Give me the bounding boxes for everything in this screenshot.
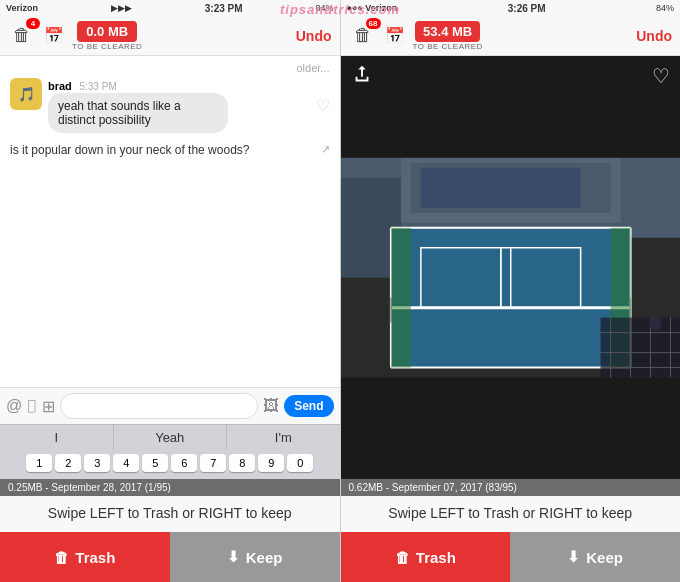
heart-icon-photo: ♡ bbox=[652, 65, 670, 87]
message-bubble-group: brad 5:33 PM yeah that sounds like a dis… bbox=[48, 78, 310, 133]
photo-container: ♡ bbox=[341, 56, 681, 479]
right-keep-btn-label: Keep bbox=[586, 549, 623, 566]
avatar-brad: 🎵 bbox=[10, 78, 42, 110]
right-carrier: ●●● Verizon bbox=[347, 3, 398, 13]
key-1[interactable]: 1 bbox=[26, 454, 52, 472]
right-size-box: 53.4 MB bbox=[415, 21, 480, 42]
left-trash-count: 4 bbox=[26, 18, 40, 29]
older-label: older... bbox=[10, 62, 330, 74]
send-button[interactable]: Send bbox=[284, 395, 333, 417]
share-overlay-icon[interactable] bbox=[351, 64, 373, 91]
key-6[interactable]: 6 bbox=[171, 454, 197, 472]
left-carrier: Verizon bbox=[6, 3, 38, 13]
sender-line: brad 5:33 PM bbox=[48, 78, 310, 93]
attachment-icon[interactable]: ⌷ bbox=[27, 397, 37, 415]
left-trash-button[interactable]: 🗑 Trash bbox=[0, 532, 170, 582]
key-7[interactable]: 7 bbox=[200, 454, 226, 472]
key-8[interactable]: 8 bbox=[229, 454, 255, 472]
left-instruction: Swipe LEFT to Trash or RIGHT to keep bbox=[0, 496, 340, 532]
left-signal: ▶▶▶ bbox=[111, 3, 132, 13]
trash-btn-icon: 🗑 bbox=[54, 549, 69, 566]
svg-rect-15 bbox=[390, 228, 410, 368]
predictive-bar: I Yeah I'm bbox=[0, 424, 340, 450]
predictive-word-3[interactable]: I'm bbox=[227, 425, 340, 450]
key-4[interactable]: 4 bbox=[113, 454, 139, 472]
right-size-group: 53.4 MB TO BE CLEARED bbox=[413, 21, 483, 51]
right-trash-btn-icon: 🗑 bbox=[395, 549, 410, 566]
right-panel: ●●● Verizon 3:26 PM 84% 🗑 68 📅 53.4 MB T… bbox=[341, 0, 681, 582]
key-0[interactable]: 0 bbox=[287, 454, 313, 472]
right-trash-count: 68 bbox=[366, 18, 381, 29]
trash-btn-label: Trash bbox=[75, 549, 115, 566]
incoming-text: is it popular down in your neck of the w… bbox=[10, 139, 330, 161]
left-size-group: 0.0 MB TO BE CLEARED bbox=[72, 21, 142, 51]
right-keep-button[interactable]: ⬇ Keep bbox=[510, 532, 680, 582]
left-status-bar: Verizon ▶▶▶ 3:23 PM 84% bbox=[0, 0, 340, 16]
keyboard: 1 2 3 4 5 6 7 8 9 0 bbox=[0, 450, 340, 479]
left-header: 🗑 4 📅 0.0 MB TO BE CLEARED Undo bbox=[0, 16, 340, 56]
sender-name: brad bbox=[48, 80, 72, 92]
predictive-word-1[interactable]: I bbox=[0, 425, 114, 450]
key-5[interactable]: 5 bbox=[142, 454, 168, 472]
left-panel: Verizon ▶▶▶ 3:23 PM 84% 🗑 4 📅 0.0 MB TO … bbox=[0, 0, 341, 582]
right-calendar-badge: 📅 bbox=[383, 24, 407, 48]
right-trash-button[interactable]: 🗑 Trash bbox=[341, 532, 511, 582]
tennis-court-svg bbox=[341, 56, 681, 479]
message-row-brad: 🎵 brad 5:33 PM yeah that sounds like a d… bbox=[10, 78, 330, 133]
right-bottom-buttons: 🗑 Trash ⬇ Keep bbox=[341, 532, 681, 582]
left-size-box: 0.0 MB bbox=[77, 21, 137, 42]
right-time: 3:26 PM bbox=[508, 3, 546, 14]
sender-time: 5:33 PM bbox=[79, 81, 116, 92]
number-row: 1 2 3 4 5 6 7 8 9 0 bbox=[2, 454, 338, 472]
left-image-meta: 0.25MB - September 28, 2017 (1/95) bbox=[0, 479, 340, 496]
message-bubble: yeah that sounds like a distinct possibi… bbox=[48, 93, 228, 133]
left-trash-badge: 🗑 4 bbox=[8, 22, 36, 50]
key-3[interactable]: 3 bbox=[84, 454, 110, 472]
keep-btn-label: Keep bbox=[246, 549, 283, 566]
left-battery: 84% bbox=[315, 3, 333, 13]
right-status-bar: ●●● Verizon 3:26 PM 84% bbox=[341, 0, 681, 16]
calendar-icon: 📅 bbox=[44, 26, 64, 45]
left-time: 3:23 PM bbox=[205, 3, 243, 14]
right-header: 🗑 68 📅 53.4 MB TO BE CLEARED Undo bbox=[341, 16, 681, 56]
right-trash-badge: 🗑 68 bbox=[349, 22, 377, 50]
right-instruction: Swipe LEFT to Trash or RIGHT to keep bbox=[341, 496, 681, 532]
svg-rect-20 bbox=[600, 318, 680, 378]
expand-icon: ↗ bbox=[321, 143, 330, 156]
messages-area: older... 🎵 brad 5:33 PM yeah that sounds… bbox=[0, 56, 340, 387]
svg-point-28 bbox=[649, 315, 661, 331]
right-trash-btn-label: Trash bbox=[416, 549, 456, 566]
message-input[interactable] bbox=[60, 393, 258, 419]
predictive-word-2[interactable]: Yeah bbox=[114, 425, 228, 450]
at-icon[interactable]: @ bbox=[6, 397, 22, 415]
left-keep-button[interactable]: ⬇ Keep bbox=[170, 532, 340, 582]
heart-icon-message: ♡ bbox=[316, 96, 330, 115]
svg-rect-19 bbox=[420, 168, 580, 208]
left-bottom-buttons: 🗑 Trash ⬇ Keep bbox=[0, 532, 340, 582]
left-size-label: TO BE CLEARED bbox=[72, 42, 142, 51]
left-undo-button[interactable]: Undo bbox=[296, 28, 332, 44]
right-battery: 84% bbox=[656, 3, 674, 13]
right-calendar-icon: 📅 bbox=[385, 26, 405, 45]
right-keep-btn-icon: ⬇ bbox=[567, 548, 580, 566]
right-undo-button[interactable]: Undo bbox=[636, 28, 672, 44]
heart-overlay-icon[interactable]: ♡ bbox=[652, 64, 670, 88]
imessage-input-bar: @ ⌷ ⊞ 🖼 Send bbox=[0, 387, 340, 424]
right-size-label: TO BE CLEARED bbox=[413, 42, 483, 51]
left-calendar-badge: 📅 bbox=[42, 24, 66, 48]
photo-icon[interactable]: 🖼 bbox=[263, 397, 279, 415]
keep-btn-icon: ⬇ bbox=[227, 548, 240, 566]
sticker-icon[interactable]: ⊞ bbox=[42, 397, 55, 416]
key-2[interactable]: 2 bbox=[55, 454, 81, 472]
key-9[interactable]: 9 bbox=[258, 454, 284, 472]
right-image-meta: 0.62MB - September 07, 2017 (83/95) bbox=[341, 479, 681, 496]
